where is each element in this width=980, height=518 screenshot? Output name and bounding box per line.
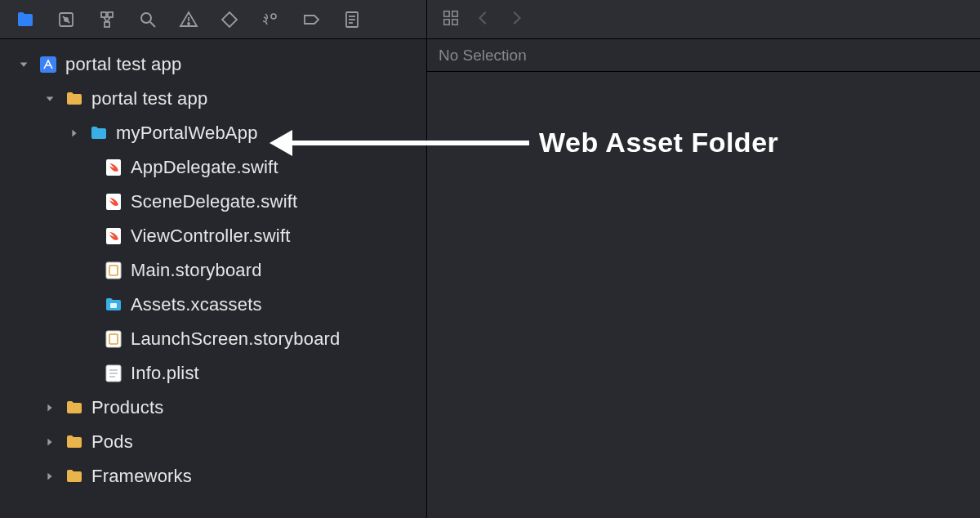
file-row[interactable]: SceneDelegate.swift	[0, 185, 426, 219]
svg-rect-19	[106, 194, 121, 210]
folder-ref-row[interactable]: myPortalWebApp	[0, 116, 426, 150]
file-label: LaunchScreen.storyboard	[131, 330, 341, 348]
tag-icon[interactable]	[219, 9, 240, 30]
file-row[interactable]: Main.storyboard	[0, 253, 426, 288]
editor-body	[427, 72, 980, 518]
no-selection-label: No Selection	[439, 47, 527, 65]
project-root-row[interactable]: portal test app	[0, 47, 426, 82]
project-root-label: portal test app	[65, 56, 181, 74]
storyboard-file-icon	[103, 260, 124, 281]
file-label: Info.plist	[131, 364, 199, 382]
svg-rect-3	[101, 12, 106, 17]
chevron-right-icon[interactable]	[42, 400, 57, 415]
svg-rect-4	[108, 12, 113, 17]
navigator-toolbar	[0, 0, 426, 39]
group-row[interactable]: Pods	[0, 425, 426, 459]
symbol-icon[interactable]	[96, 9, 118, 30]
folder-ref-icon	[88, 123, 109, 144]
nav-back-icon[interactable]	[474, 9, 492, 30]
svg-point-12	[271, 14, 276, 19]
svg-rect-18	[106, 159, 121, 176]
editor-toolbar	[427, 0, 980, 39]
folder-icon	[64, 88, 85, 109]
assets-folder-icon	[103, 294, 124, 315]
swift-file-icon	[103, 157, 124, 178]
svg-rect-30	[444, 11, 449, 16]
warning-icon[interactable]	[178, 9, 199, 30]
navigator-sidebar: portal test app portal test app	[0, 0, 427, 518]
file-row[interactable]: Assets.xcassets	[0, 288, 426, 322]
chevron-right-icon[interactable]	[42, 469, 57, 484]
editor-panel: No Selection	[427, 0, 980, 518]
chevron-down-icon[interactable]	[42, 92, 57, 106]
svg-rect-24	[106, 331, 121, 347]
debug-icon[interactable]	[260, 9, 281, 30]
folder-icon	[64, 466, 85, 487]
file-row[interactable]: LaunchScreen.storyboard	[0, 322, 426, 356]
svg-rect-20	[106, 228, 121, 244]
svg-rect-33	[452, 19, 457, 24]
breakpoint-icon[interactable]	[301, 9, 322, 30]
project-tree: portal test app portal test app	[0, 39, 426, 493]
folder-icon[interactable]	[15, 9, 36, 30]
svg-rect-23	[110, 303, 117, 308]
version-icon[interactable]	[56, 9, 77, 30]
group-row[interactable]: Frameworks	[0, 459, 426, 493]
svg-point-8	[141, 13, 151, 23]
file-label: AppDelegate.swift	[131, 159, 278, 176]
chevron-right-icon[interactable]	[67, 126, 82, 141]
group-label: Pods	[91, 433, 133, 451]
swift-file-icon	[103, 191, 124, 212]
svg-rect-5	[105, 22, 109, 27]
file-row[interactable]: ViewController.swift	[0, 219, 426, 253]
folder-icon	[64, 397, 85, 418]
storyboard-file-icon	[103, 328, 124, 350]
svg-line-9	[150, 22, 155, 27]
file-label: Main.storyboard	[131, 261, 262, 279]
related-items-icon[interactable]	[442, 9, 460, 30]
svg-rect-21	[106, 262, 121, 279]
chevron-down-icon[interactable]	[16, 57, 31, 72]
file-row[interactable]: Info.plist	[0, 356, 426, 391]
group-row[interactable]: Products	[0, 391, 426, 425]
file-label: ViewController.swift	[131, 227, 291, 245]
file-label: SceneDelegate.swift	[131, 193, 297, 211]
chevron-right-icon[interactable]	[42, 435, 57, 449]
group-row[interactable]: portal test app	[0, 82, 426, 116]
xcode-project-icon	[38, 54, 59, 75]
group-label: Products	[91, 399, 163, 417]
group-label: Frameworks	[91, 467, 192, 485]
report-icon[interactable]	[341, 9, 363, 30]
svg-point-11	[188, 23, 189, 25]
svg-rect-31	[452, 11, 457, 16]
svg-rect-32	[444, 19, 449, 24]
svg-rect-17	[40, 56, 56, 73]
plist-file-icon	[103, 363, 124, 384]
search-icon[interactable]	[137, 9, 158, 30]
file-row[interactable]: AppDelegate.swift	[0, 150, 426, 185]
group-label: portal test app	[91, 90, 207, 108]
swift-file-icon	[103, 226, 124, 247]
editor-tabbar: No Selection	[427, 39, 980, 72]
folder-icon	[64, 431, 85, 453]
file-label: Assets.xcassets	[131, 296, 262, 314]
nav-forward-icon[interactable]	[507, 9, 525, 30]
folder-ref-label: myPortalWebApp	[116, 124, 258, 142]
